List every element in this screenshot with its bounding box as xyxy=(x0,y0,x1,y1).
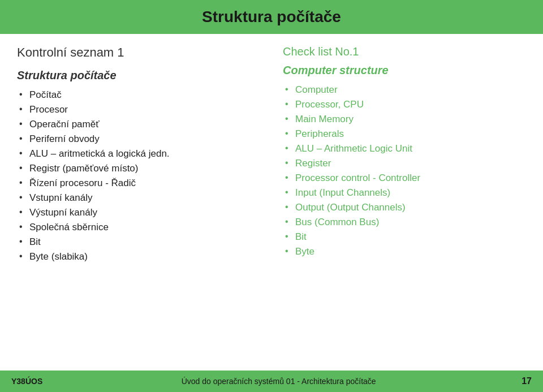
list-item: Peripherals xyxy=(283,127,526,141)
top-bar: Struktura počítače xyxy=(0,0,543,34)
list-item: Bit xyxy=(17,235,260,249)
footer-center: Úvod do operačních systémů 01 - Architek… xyxy=(182,377,376,386)
list-item: Main Memory xyxy=(283,112,526,127)
list-item: Register xyxy=(283,156,526,171)
list-item: Byte xyxy=(283,244,526,259)
list-item: Výstupní kanály xyxy=(17,205,260,220)
list-item: Periferní obvody xyxy=(17,132,260,147)
list-item: Registr (paměťové místo) xyxy=(17,161,260,176)
list-item: Output (Output Channels) xyxy=(283,200,526,215)
right-list: Computer Processor, CPU Main Memory Peri… xyxy=(283,83,526,259)
right-section-title: Computer structure xyxy=(283,64,526,77)
list-item: Byte (slabika) xyxy=(17,249,260,264)
list-item: Společná sběrnice xyxy=(17,220,260,235)
right-column: Check list No.1 Computer structure Compu… xyxy=(277,45,526,369)
list-item: Počítač xyxy=(17,88,260,102)
list-item: Bus (Common Bus) xyxy=(283,215,526,230)
left-column: Kontrolní seznam 1 Struktura počítače Po… xyxy=(17,45,266,369)
kontrolni-label: Kontrolní seznam 1 xyxy=(17,45,260,60)
list-item: Vstupní kanály xyxy=(17,191,260,205)
page-title: Struktura počítače xyxy=(202,8,341,25)
footer-right: 17 xyxy=(515,376,532,386)
list-item: ALU – Arithmetic Logic Unit xyxy=(283,141,526,156)
list-item: ALU – aritmetická a logická jedn. xyxy=(17,147,260,161)
left-section-title: Struktura počítače xyxy=(17,69,260,82)
list-item: Computer xyxy=(283,83,526,97)
list-item: Input (Input Channels) xyxy=(283,186,526,200)
list-item: Bit xyxy=(283,230,526,244)
list-item: Processor control - Controller xyxy=(283,171,526,186)
list-item: Procesor xyxy=(17,102,260,117)
list-item: Processor, CPU xyxy=(283,97,526,112)
checklist-label: Check list No.1 xyxy=(283,45,526,58)
bottom-bar: Y38ÚOS Úvod do operačních systémů 01 - A… xyxy=(0,371,543,392)
footer-left: Y38ÚOS xyxy=(11,377,42,386)
left-list: Počítač Procesor Operační paměť Perifern… xyxy=(17,88,260,264)
main-content: Kontrolní seznam 1 Struktura počítače Po… xyxy=(0,34,543,375)
list-item: Řízení procesoru - Řadič xyxy=(17,176,260,191)
list-item: Operační paměť xyxy=(17,117,260,132)
